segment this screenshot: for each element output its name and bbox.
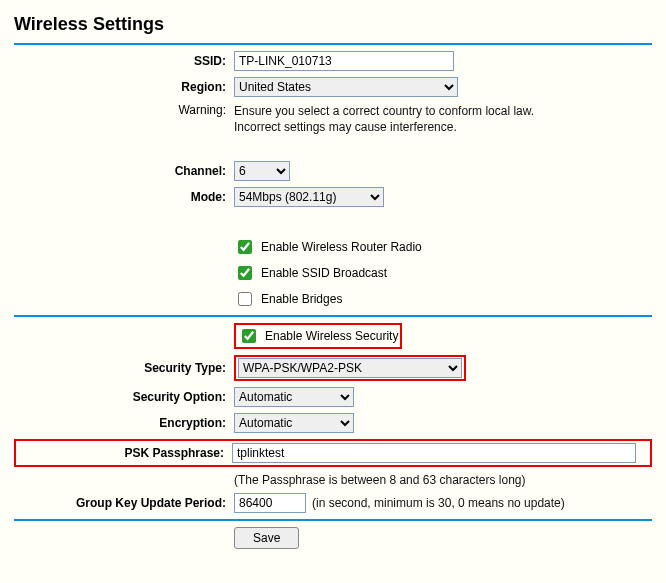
row-ssid: SSID: bbox=[14, 51, 652, 71]
divider bbox=[14, 315, 652, 317]
enable-security-input[interactable] bbox=[242, 329, 256, 343]
row-psk-hint: (The Passphrase is between 8 and 63 char… bbox=[14, 473, 652, 487]
row-enable-radio: Enable Wireless Router Radio bbox=[14, 237, 652, 257]
region-label: Region: bbox=[14, 80, 234, 94]
row-mode: Mode: 54Mbps (802.11g) bbox=[14, 187, 652, 207]
channel-label: Channel: bbox=[14, 164, 234, 178]
security-option-select[interactable]: Automatic bbox=[234, 387, 354, 407]
save-button[interactable]: Save bbox=[234, 527, 299, 549]
psk-input[interactable] bbox=[232, 443, 636, 463]
security-type-highlight: WPA-PSK/WPA2-PSK bbox=[234, 355, 466, 381]
row-security-type: Security Type: WPA-PSK/WPA2-PSK bbox=[14, 355, 652, 381]
row-channel: Channel: 6 bbox=[14, 161, 652, 181]
mode-select[interactable]: 54Mbps (802.11g) bbox=[234, 187, 384, 207]
row-region: Region: United States bbox=[14, 77, 652, 97]
enable-bridges-input[interactable] bbox=[238, 292, 252, 306]
enable-ssid-broadcast-label: Enable SSID Broadcast bbox=[261, 266, 387, 280]
group-key-input[interactable] bbox=[234, 493, 306, 513]
row-enable-security: Enable Wireless Security bbox=[14, 323, 652, 349]
row-save: Save bbox=[14, 527, 652, 549]
enable-bridges-label: Enable Bridges bbox=[261, 292, 342, 306]
enable-security-checkbox[interactable]: Enable Wireless Security bbox=[238, 326, 398, 346]
enable-ssid-broadcast-checkbox[interactable]: Enable SSID Broadcast bbox=[234, 263, 387, 283]
security-option-label: Security Option: bbox=[14, 390, 234, 404]
row-encryption: Encryption: Automatic bbox=[14, 413, 652, 433]
group-key-label: Group Key Update Period: bbox=[14, 496, 234, 510]
psk-label: PSK Passphrase: bbox=[20, 446, 232, 460]
encryption-select[interactable]: Automatic bbox=[234, 413, 354, 433]
enable-bridges-checkbox[interactable]: Enable Bridges bbox=[234, 289, 342, 309]
row-enable-bridges: Enable Bridges bbox=[14, 289, 652, 309]
ssid-input[interactable] bbox=[234, 51, 454, 71]
row-group-key: Group Key Update Period: (in second, min… bbox=[14, 493, 652, 513]
row-warning: Warning: Ensure you select a correct cou… bbox=[14, 103, 652, 135]
warning-label: Warning: bbox=[14, 103, 234, 117]
divider bbox=[14, 519, 652, 521]
group-key-hint: (in second, minimum is 30, 0 means no up… bbox=[312, 496, 565, 510]
enable-radio-label: Enable Wireless Router Radio bbox=[261, 240, 422, 254]
page-title: Wireless Settings bbox=[14, 14, 652, 35]
enable-radio-checkbox[interactable]: Enable Wireless Router Radio bbox=[234, 237, 422, 257]
encryption-label: Encryption: bbox=[14, 416, 234, 430]
enable-ssid-broadcast-input[interactable] bbox=[238, 266, 252, 280]
psk-hint: (The Passphrase is between 8 and 63 char… bbox=[234, 473, 526, 487]
divider bbox=[14, 43, 652, 45]
region-select[interactable]: United States bbox=[234, 77, 458, 97]
ssid-label: SSID: bbox=[14, 54, 234, 68]
enable-security-label: Enable Wireless Security bbox=[265, 329, 398, 343]
row-enable-ssid-broadcast: Enable SSID Broadcast bbox=[14, 263, 652, 283]
security-type-select[interactable]: WPA-PSK/WPA2-PSK bbox=[238, 358, 462, 378]
row-psk: PSK Passphrase: bbox=[14, 439, 652, 467]
channel-select[interactable]: 6 bbox=[234, 161, 290, 181]
psk-highlight: PSK Passphrase: bbox=[14, 439, 652, 467]
enable-radio-input[interactable] bbox=[238, 240, 252, 254]
security-type-label: Security Type: bbox=[14, 361, 234, 375]
enable-security-highlight: Enable Wireless Security bbox=[234, 323, 402, 349]
mode-label: Mode: bbox=[14, 190, 234, 204]
warning-text: Ensure you select a correct country to c… bbox=[234, 103, 574, 135]
row-security-option: Security Option: Automatic bbox=[14, 387, 652, 407]
